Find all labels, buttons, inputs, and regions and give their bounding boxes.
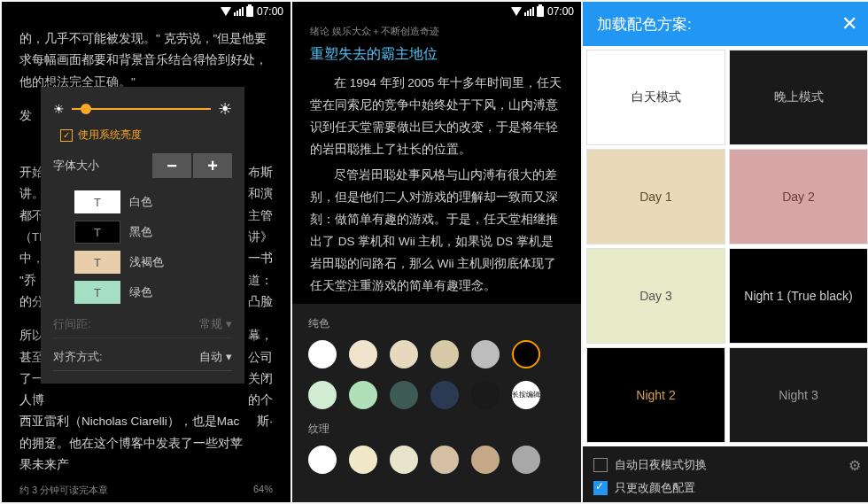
battery-icon xyxy=(246,6,253,17)
theme-label: 白色 xyxy=(129,194,152,210)
theme-option[interactable]: T浅褐色 xyxy=(53,251,232,274)
reader-text: 发 xyxy=(19,105,32,127)
theme-label: 绿色 xyxy=(129,284,152,300)
checkbox-icon: ✓ xyxy=(60,129,73,142)
theme-tile[interactable]: Day 2 xyxy=(729,149,868,244)
alignment-dropdown[interactable]: 对齐方式: 自动 ▾ xyxy=(53,344,232,371)
theme-option[interactable]: T黑色 xyxy=(53,221,232,244)
display-settings-panel: ☀ ☀ ✓ 使用系统亮度 字体大小 − + T白色T黑色T浅褐色T绿色 行间距:… xyxy=(41,87,244,384)
reader-text: 布斯 和演 主管 讲》 一书 道： 凸脸 xyxy=(248,162,273,313)
font-increase-button[interactable]: + xyxy=(193,153,232,178)
font-decrease-button[interactable]: − xyxy=(152,153,191,178)
theme-tile[interactable]: Night 2 xyxy=(586,347,725,443)
dialog-title: 加载配色方案: xyxy=(597,14,692,35)
network-icon xyxy=(221,7,231,16)
dropdown-label: 行间距: xyxy=(53,316,91,332)
theme-swatch: T xyxy=(74,190,120,213)
reader-paragraph: 在 1994 年到 2005 年十多年时间里，任天堂在同索尼的竞争中始终处于下风… xyxy=(310,73,563,161)
reader-settings-screen: 07:00 的，几乎不可能被发现。" 克劳说，"但是他要求每幅画面都要和背景音乐… xyxy=(2,2,291,502)
edit-swatch-button[interactable]: 长按编辑 xyxy=(512,381,540,409)
color-swatch[interactable] xyxy=(349,446,377,474)
status-time: 07:00 xyxy=(547,5,574,18)
reader-color-sheet-screen: 07:00 绪论 娱乐大众＋不断创造奇迹 重塑失去的霸主地位 在 1994 年到… xyxy=(292,2,581,502)
brightness-slider-row: ☀ ☀ xyxy=(53,99,232,119)
reader-footer: 约 3 分钟可读完本章 64% xyxy=(2,484,291,497)
theme-option[interactable]: T绿色 xyxy=(53,281,232,304)
color-swatch[interactable] xyxy=(308,446,337,474)
color-swatch[interactable] xyxy=(430,446,459,474)
status-bar: 07:00 xyxy=(292,2,581,21)
brightness-high-icon: ☀ xyxy=(218,99,232,119)
reader-paragraph: 尽管岩田聪处事风格与山内溥有很大的差别，但是他们二人对游戏的理解却一致而又深刻：… xyxy=(310,165,563,298)
brightness-low-icon: ☀ xyxy=(53,102,65,116)
color-swatch[interactable] xyxy=(390,340,418,368)
theme-tile[interactable]: Day 1 xyxy=(586,149,725,244)
theme-swatch: T xyxy=(74,251,120,274)
color-swatch[interactable] xyxy=(349,340,377,368)
sheet-section-label: 纯色 xyxy=(308,316,565,331)
color-swatch[interactable] xyxy=(512,340,540,368)
breadcrumb: 绪论 娱乐大众＋不断创造奇迹 xyxy=(292,21,581,42)
swatch-row: 长按编辑 xyxy=(308,381,565,409)
theme-tile[interactable]: 白天模式 xyxy=(586,50,725,145)
auto-daynight-checkbox[interactable]: 自动日夜模式切换 ⚙ xyxy=(593,454,861,477)
checkbox-label: 只更改颜色配置 xyxy=(615,480,695,496)
only-colors-checkbox[interactable]: 只更改颜色配置 xyxy=(593,477,861,500)
theme-swatch: T xyxy=(74,221,120,244)
status-bar: 07:00 xyxy=(2,2,291,21)
status-time: 07:00 xyxy=(257,5,283,18)
color-swatch[interactable] xyxy=(512,446,540,474)
network-icon xyxy=(511,7,522,16)
color-swatch[interactable] xyxy=(430,340,459,368)
swatch-row xyxy=(308,446,565,474)
color-swatch[interactable] xyxy=(349,381,377,409)
battery-icon xyxy=(537,6,544,17)
color-swatch[interactable] xyxy=(308,381,337,409)
dialog-header: 加载配色方案: ✕ xyxy=(583,2,868,46)
dropdown-value: 常规 xyxy=(199,317,222,330)
sheet-section-label: 纹理 xyxy=(308,422,565,437)
font-size-label: 字体大小 xyxy=(53,158,99,174)
theme-label: 黑色 xyxy=(129,224,152,240)
color-swatch[interactable] xyxy=(308,340,337,368)
theme-label: 浅褐色 xyxy=(129,254,164,270)
color-picker-sheet: 纯色 长按编辑 纹理 xyxy=(292,304,581,502)
checkbox-icon xyxy=(593,458,608,472)
system-brightness-checkbox[interactable]: ✓ 使用系统亮度 xyxy=(53,128,232,143)
brightness-slider[interactable] xyxy=(72,108,211,110)
status-icons xyxy=(221,6,253,17)
color-swatch[interactable] xyxy=(471,446,500,474)
theme-swatch: T xyxy=(74,281,120,304)
time-remaining: 约 3 分钟可读完本章 xyxy=(19,484,108,497)
color-swatch[interactable] xyxy=(430,381,459,409)
dropdown-label: 对齐方式: xyxy=(53,349,103,365)
progress-percent: 64% xyxy=(253,484,273,497)
options-section: 自动日夜模式切换 ⚙ 只更改颜色配置 xyxy=(583,446,868,502)
color-swatch[interactable] xyxy=(471,381,500,409)
theme-tile[interactable]: 晚上模式 xyxy=(729,50,868,145)
color-swatch[interactable] xyxy=(390,446,418,474)
color-scheme-dialog-screen: 加载配色方案: ✕ 白天模式晚上模式Day 1Day 2Day 3Night 1… xyxy=(583,2,868,502)
signal-icon xyxy=(234,7,244,16)
line-spacing-dropdown[interactable]: 行间距: 常规 ▾ xyxy=(53,311,232,338)
checkbox-label: 自动日夜模式切换 xyxy=(615,457,707,473)
status-icons xyxy=(511,6,544,17)
theme-tile[interactable]: Night 1 (True black) xyxy=(729,248,868,344)
checkbox-label: 使用系统亮度 xyxy=(78,128,142,143)
reader-text: 的，几乎不可能被发现。" 克劳说，"但是他要求每幅画面都要和背景音乐结合得恰到好… xyxy=(19,28,273,93)
font-size-row: 字体大小 − + xyxy=(53,153,232,178)
gear-icon[interactable]: ⚙ xyxy=(849,457,861,474)
color-swatch[interactable] xyxy=(471,340,500,368)
theme-tile[interactable]: Night 3 xyxy=(729,347,868,443)
font-size-stepper: − + xyxy=(152,153,232,178)
chapter-title: 重塑失去的霸主地位 xyxy=(292,42,581,73)
color-swatch[interactable] xyxy=(390,381,418,409)
checkbox-icon xyxy=(593,481,608,495)
theme-option[interactable]: T白色 xyxy=(53,190,232,213)
close-icon[interactable]: ✕ xyxy=(841,12,857,35)
theme-tile[interactable]: Day 3 xyxy=(586,248,725,344)
reader-text: 幕， 公司 关闭 的个 斯· xyxy=(248,325,273,476)
theme-grid: 白天模式晚上模式Day 1Day 2Day 3Night 1 (True bla… xyxy=(583,46,868,446)
dropdown-value: 自动 xyxy=(199,350,222,363)
signal-icon xyxy=(524,7,534,16)
